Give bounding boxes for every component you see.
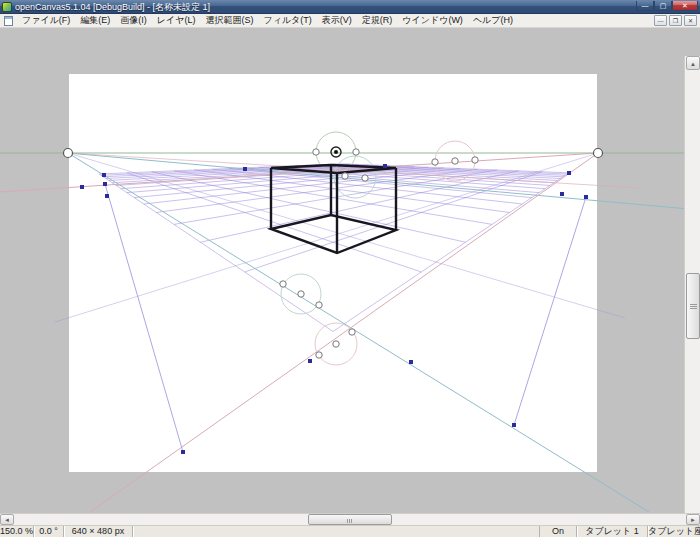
- menu-item-7[interactable]: 表示(V): [317, 14, 357, 27]
- title-bar[interactable]: openCanvas5.1.04 [DebugBuild] - [名称未設定 1…: [0, 0, 700, 14]
- canvas-drawing-area[interactable]: [0, 28, 700, 513]
- menu-items: ファイル(F)編集(E)画像(I)レイヤ(L)選択範囲(S)フィルタ(T)表示(…: [17, 14, 518, 27]
- menu-bar: ファイル(F)編集(E)画像(I)レイヤ(L)選択範囲(S)フィルタ(T)表示(…: [0, 14, 700, 28]
- mdi-close-button[interactable]: ✕: [684, 15, 697, 26]
- app-icon: [2, 2, 12, 12]
- menu-item-8[interactable]: 定規(R): [357, 14, 398, 27]
- horizontal-scrollbar[interactable]: ◄ ►: [0, 513, 700, 525]
- window-title: openCanvas5.1.04 [DebugBuild] - [名称未設定 1…: [15, 0, 210, 14]
- scroll-right-arrow[interactable]: ►: [686, 514, 700, 525]
- menu-item-10[interactable]: ヘルプ(H): [468, 14, 518, 27]
- menu-item-9[interactable]: ウインドウ(W): [397, 14, 468, 27]
- scroll-left-arrow[interactable]: ◄: [0, 514, 14, 525]
- canvas-size: 640 × 480 px: [64, 526, 133, 537]
- rotation-angle: 0.0 °: [34, 526, 64, 537]
- tablet-coord-mode: タブレット座標: [648, 526, 700, 537]
- document-icon: [4, 16, 13, 26]
- horizontal-scrollbar-thumb[interactable]: [308, 514, 392, 525]
- status-spacer: [133, 526, 539, 537]
- close-button[interactable]: ✕: [672, 1, 698, 11]
- maximize-button[interactable]: ▢: [654, 1, 672, 11]
- mdi-restore-button[interactable]: ❐: [669, 15, 682, 26]
- menu-item-4[interactable]: レイヤ(L): [152, 14, 201, 27]
- mdi-window-controls: — ❐ ✕: [654, 15, 697, 26]
- scroll-up-arrow[interactable]: ▲: [686, 56, 700, 70]
- vertical-scrollbar[interactable]: ▲ ▼: [684, 56, 700, 537]
- canvas-viewport: ▲ ▼: [0, 28, 700, 513]
- menu-item-2[interactable]: 編集(E): [75, 14, 115, 27]
- menu-item-3[interactable]: 画像(I): [115, 14, 152, 27]
- zoom-level: 150.0 %: [0, 526, 34, 537]
- menu-item-5[interactable]: 選択範囲(S): [200, 14, 258, 27]
- pen-status: On: [539, 526, 577, 537]
- tablet-name: タブレット 1: [577, 526, 648, 537]
- minimize-button[interactable]: —: [636, 1, 654, 11]
- vertical-scrollbar-thumb[interactable]: [686, 273, 700, 339]
- window-controls: — ▢ ✕: [636, 1, 700, 12]
- mdi-minimize-button[interactable]: —: [654, 15, 667, 26]
- application-window: openCanvas5.1.04 [DebugBuild] - [名称未設定 1…: [0, 0, 700, 537]
- status-bar: 150.0 % 0.0 ° 640 × 480 px On タブレット 1 タブ…: [0, 525, 700, 537]
- menu-item-1[interactable]: ファイル(F): [17, 14, 75, 27]
- menu-item-6[interactable]: フィルタ(T): [258, 14, 316, 27]
